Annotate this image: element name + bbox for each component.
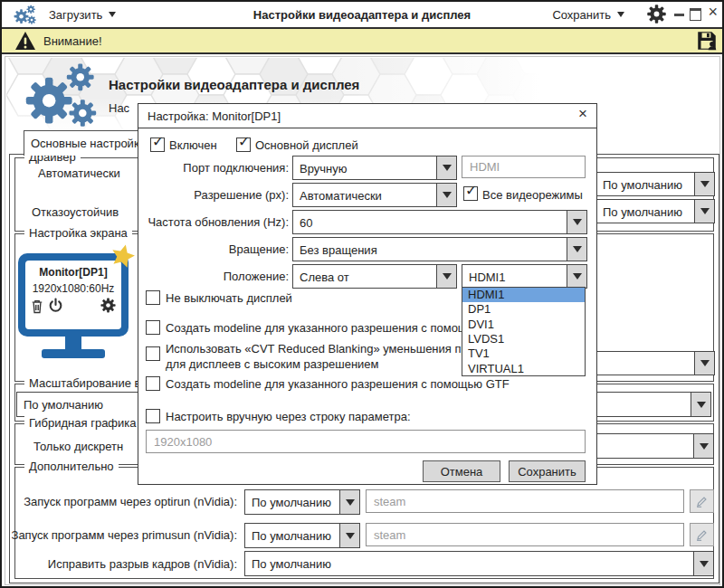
warning-bar: Внимание! [2,29,722,54]
dropdown-option[interactable]: LVDS1 [462,332,585,346]
monitor-stand-base [42,349,105,358]
position-target-dropdown-list: HDMI1 DP1 DVI1 LVDS1 TV1 VIRTUAL1 [462,287,586,376]
position-select[interactable]: Слева от [292,264,457,289]
extra-row2-edit-button[interactable] [690,523,714,546]
dropdown-option[interactable]: DP1 [462,302,585,317]
dropdown-arrow [694,352,714,375]
dropdown-option[interactable]: DVI1 [462,318,585,332]
dropdown-arrow [694,173,714,195]
refresh-value: 60 [300,215,312,229]
all-modes-checkbox[interactable] [463,186,478,201]
driver-row1-value: По умолчанию [603,177,682,191]
resolution-label: Разрешение (px): [194,188,289,202]
dialog-title: Настройка: Monitor[DP1] [148,109,281,123]
extra-row2-select-value: По умолчанию [252,529,331,543]
position-target-value: HDMI1 [469,270,505,283]
manual-config-field[interactable] [146,430,586,453]
monitor-mode: 1920x1080:60Hz [25,282,121,296]
rotation-value: Без вращения [300,242,377,256]
resolution-value: Автоматически [300,188,382,202]
extra-row1-select-value: По умолчанию [252,496,331,509]
chevron-down-icon [617,12,624,17]
port-field[interactable] [462,156,586,178]
dialog-titlebar: Настройка: Monitor[DP1] × [138,104,596,128]
screen-right-select[interactable] [595,351,715,375]
primary-display-checkbox[interactable] [236,138,251,152]
driver-row2-value: По умолчанию [603,204,682,218]
dropdown-arrow [436,265,456,288]
port-value: Вручную [300,161,347,175]
application-window: Загрузить Настройки видеоадаптера и дисп… [0,0,724,588]
cvt-reduced-blanking-checkbox[interactable] [146,346,160,361]
extra-row1-label: Запуск программ через optirun (nVidia): [24,495,237,508]
cancel-button[interactable]: Отмена [423,460,500,482]
pencil-icon [695,495,709,508]
save-menu-button[interactable]: Сохранить [552,2,624,27]
extra-row1-select[interactable]: По умолчанию [244,489,360,515]
dropdown-arrow [339,524,359,547]
dropdown-arrow [693,552,713,575]
resolution-select[interactable]: Автоматически [292,183,457,207]
enabled-checkbox[interactable] [150,138,165,152]
tab-label: Основные настройки [31,137,146,150]
chevron-down-icon [109,12,116,17]
settings-gear-icon[interactable] [647,5,666,27]
extra-row2-label: Запуск программ через primusun (nVidia): [12,528,237,542]
extra-row2-select[interactable]: По умолчанию [244,523,360,548]
load-menu-label: Загрузить [49,8,102,22]
driver-row1-label: Автоматически [38,166,120,180]
dropdown-arrow [436,156,456,179]
header-logo-gears-icon [22,62,101,134]
trash-icon[interactable] [31,299,43,318]
dialog-close-icon[interactable]: × [578,105,587,123]
close-button[interactable]: × [708,3,718,22]
dropdown-option[interactable]: HDMI1 [462,288,585,302]
dropdown-arrow [567,211,586,233]
modeline-cvt-label: Создать modeline для указанного разрешен… [166,321,473,335]
position-target-select[interactable]: HDMI1 [462,264,587,289]
port-select[interactable]: Вручную [292,156,457,180]
driver-row2-label: Отказоустойчив [32,205,119,219]
extra-row1-edit-button[interactable] [690,489,714,513]
rotation-label: Вращение: [229,242,289,256]
titlebar: Загрузить Настройки видеоадаптера и дисп… [2,2,722,29]
primary-display-label: Основной дисплей [255,138,358,152]
group-extra-legend: Дополнительно [24,460,119,473]
refresh-select[interactable]: 60 [292,210,587,234]
maximize-button[interactable] [690,8,701,21]
monitor-gear-icon[interactable] [100,298,116,317]
no-display-off-label: Не выключать дисплей [166,291,292,305]
dropdown-arrow [693,434,713,458]
warning-text: Внимание! [43,34,102,48]
position-label: Положение: [224,270,289,283]
group-hybrid-legend: Гибридная графика [24,416,141,430]
cvt-reduced-blanking-label-line1: Использовать «CVT Reduced Blanking» умен… [166,342,474,356]
port-label: Порт подключения: [183,161,289,175]
modeline-gtf-checkbox[interactable] [146,376,160,391]
hybrid-label-fragment: Только дискретн [33,440,123,453]
window-title: Настройки видеоадаптера и дисплея [181,8,543,22]
minimize-button[interactable] [674,14,684,16]
load-menu-button[interactable]: Загрузить [49,2,116,27]
modeline-cvt-checkbox[interactable] [146,320,160,335]
save-button[interactable]: Сохранить [509,460,586,482]
no-display-off-checkbox[interactable] [146,290,160,305]
extra-row1-field[interactable] [366,489,684,513]
extra-row2-field[interactable] [366,523,684,546]
cvt-reduced-blanking-label-line2: для дисплеев с высоким разрешением [166,357,379,371]
dropdown-option[interactable]: TV1 [462,346,585,361]
save-all-icon[interactable] [695,29,719,56]
group-scaling-legend: Масштабирование вы [24,376,154,390]
all-modes-label: Все видеорежимы [482,188,583,202]
refresh-label: Частота обновления (Hz): [148,215,289,229]
tab-main-settings[interactable]: Основные настройки [24,130,138,156]
manual-config-checkbox[interactable] [146,409,160,423]
warning-triangle-icon [14,31,36,54]
power-icon[interactable] [48,298,63,317]
dropdown-option[interactable]: VIRTUAL1 [462,362,585,376]
rotation-select[interactable]: Без вращения [292,237,587,261]
position-value: Слева от [300,270,349,283]
driver-row2-select[interactable]: По умолчанию [595,199,715,223]
extra-row3-select[interactable]: По умолчанию [244,551,714,576]
driver-row1-select[interactable]: По умолчанию [595,172,715,196]
